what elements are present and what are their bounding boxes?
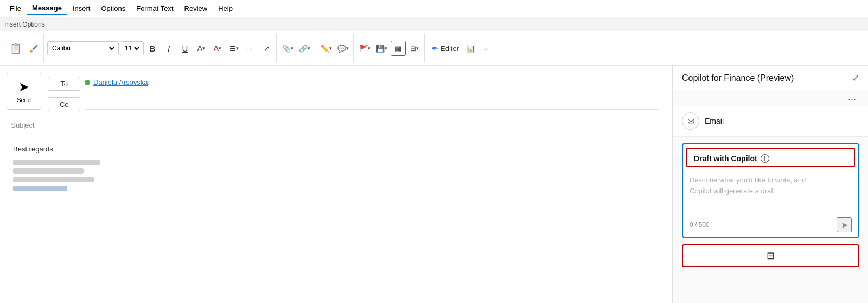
chart-btn[interactable]: 📊 (463, 41, 478, 56)
rules-icon: ⊟ (410, 45, 416, 53)
editor-btn[interactable]: ✒ Editor (428, 36, 462, 61)
filter-card[interactable]: ⊟ (682, 244, 859, 267)
draft-placeholder-line2: Copilot will generate a draft (690, 186, 852, 197)
signature-line-1 (13, 160, 100, 165)
copilot-panel: Copilot for Finance (Preview) ⤢ ··· ✉ Em… (673, 66, 868, 303)
save-dropdown-icon: ▾ (385, 46, 387, 51)
format-painter-icon: 🖌️ (29, 45, 38, 53)
menu-options[interactable]: Options (95, 2, 131, 15)
font-family-dropdown[interactable]: Calibri Arial Times New Roman (47, 41, 119, 55)
font-color-dropdown-icon: ▾ (219, 46, 221, 51)
copilot-more-icon[interactable]: ··· (845, 92, 859, 106)
comment-btn[interactable]: 💬 ▾ (335, 41, 351, 56)
ribbon-flags-group: 🚩 ▾ 💾 ▾ ▦ ⊟ ▾ (355, 34, 425, 62)
send-button[interactable]: ➤ Send (7, 73, 41, 110)
font-color-btn[interactable]: A ▾ (210, 41, 225, 56)
menu-help[interactable]: Help (213, 2, 238, 15)
flag-btn[interactable]: 🚩 ▾ (357, 41, 373, 56)
copilot-email-section: ✉ Email (673, 106, 868, 137)
send-icon: ➤ (18, 79, 29, 94)
underline-button[interactable]: U (177, 41, 193, 56)
cc-field-row: Cc (48, 94, 666, 114)
recipient-name[interactable]: Daniela Arsovska; (93, 78, 150, 86)
signature-line-4 (13, 186, 67, 191)
cc-button[interactable]: Cc (48, 97, 80, 111)
format-painter-btn[interactable]: 🖌️ (26, 41, 41, 56)
email-header: ➤ Send To Daniela Arsovska; Cc (0, 66, 672, 134)
menu-review[interactable]: Review (179, 2, 213, 15)
to-button[interactable]: To (48, 77, 80, 91)
recipient-status-dot (85, 80, 90, 85)
ribbon-insert-group: 📎 ▾ 🔗 ▾ (278, 34, 315, 62)
compose-area: ➤ Send To Daniela Arsovska; Cc (0, 66, 673, 303)
comment-icon: 💬 (337, 45, 346, 53)
signature-icon: ✏️ (321, 45, 329, 53)
ribbon-font-group: Calibri Arial Times New Roman 11 12 14 B… (45, 34, 277, 62)
insert-options-label: Insert Options (4, 21, 45, 28)
signature-btn[interactable]: ✏️ ▾ (318, 41, 334, 56)
clipboard-icon: 📋 (10, 43, 22, 53)
more-formatting-btn[interactable]: ··· (242, 41, 258, 56)
draft-textarea-area[interactable]: Describe what you'd like to write, and C… (683, 171, 858, 214)
attach-icon: 📎 (282, 45, 291, 53)
copilot-more-row: ··· (673, 90, 868, 106)
email-icon: ✉ (682, 112, 699, 130)
info-icon[interactable]: i (761, 154, 769, 163)
menu-file[interactable]: File (4, 2, 27, 15)
table-view-btn[interactable]: ▦ (391, 41, 406, 56)
copilot-resize-btn[interactable]: ⤢ (852, 73, 859, 83)
more-icon: ··· (484, 45, 490, 53)
ribbon-editor-group: ✒ Editor 📊 ··· (426, 34, 497, 62)
menu-message[interactable]: Message (27, 2, 67, 15)
ribbon-clipboard-group: 📋 🖌️ (4, 34, 44, 62)
to-row-with-send: ➤ Send To Daniela Arsovska; Cc (0, 71, 672, 116)
font-family-select[interactable]: Calibri Arial Times New Roman (50, 44, 116, 53)
draft-placeholder-line1: Describe what you'd like to write, and (690, 175, 852, 186)
link-btn[interactable]: 🔗 ▾ (297, 41, 312, 56)
font-size-select[interactable]: 11 12 14 (123, 44, 141, 53)
bold-button[interactable]: B (145, 41, 160, 56)
comment-dropdown-icon: ▾ (346, 46, 349, 51)
italic-button[interactable]: I (161, 41, 176, 56)
more-btn[interactable]: ··· (480, 41, 495, 56)
more-formatting-icon: ··· (247, 45, 253, 53)
menu-insert[interactable]: Insert (67, 2, 96, 15)
rules-dropdown-icon: ▾ (416, 46, 419, 51)
ribbon: 📋 🖌️ Calibri Arial Times New Roman 11 12… (0, 31, 868, 66)
bullets-icon: ☰ (229, 45, 236, 53)
expand-btn[interactable]: ⤢ (259, 41, 274, 56)
subject-label: Subject (7, 121, 39, 129)
bullets-dropdown-icon: ▾ (236, 46, 239, 51)
email-body[interactable]: Best regards, (0, 134, 672, 303)
table-icon: ▦ (395, 45, 401, 53)
bullets-btn[interactable]: ☰ ▾ (226, 41, 241, 56)
flag-icon: 🚩 (359, 45, 368, 53)
signature-dropdown-icon: ▾ (329, 46, 332, 51)
font-size-box[interactable]: 11 12 14 (120, 41, 144, 55)
flag-dropdown-icon: ▾ (368, 46, 371, 51)
email-section-label: Email (705, 117, 724, 125)
highlight-btn[interactable]: A ▾ (194, 41, 209, 56)
cc-input[interactable] (85, 99, 659, 110)
draft-counter-row: 0 / 500 ➤ (683, 214, 858, 237)
expand-icon: ⤢ (264, 45, 270, 53)
save-btn[interactable]: 💾 ▾ (374, 41, 390, 56)
ribbon-signature-group: ✏️ ▾ 💬 ▾ (316, 34, 354, 62)
to-field-row: To Daniela Arsovska; (48, 73, 666, 94)
clipboard-btn[interactable]: 📋 (7, 36, 25, 61)
editor-label: Editor (441, 45, 459, 53)
subject-input[interactable] (39, 120, 666, 130)
draft-card: Draft with Copilot i Describe what you'd… (682, 143, 859, 238)
rules-btn[interactable]: ⊟ ▾ (407, 41, 422, 56)
highlight-dropdown-icon: ▾ (202, 46, 205, 51)
editor-icon: ✒ (431, 43, 438, 54)
send-label: Send (17, 97, 31, 103)
draft-send-button[interactable]: ➤ (837, 217, 852, 232)
save-icon: 💾 (376, 45, 385, 53)
menu-format-text[interactable]: Format Text (131, 2, 178, 15)
draft-card-title: Draft with Copilot (694, 154, 757, 163)
menu-bar: File Message Insert Options Format Text … (0, 0, 868, 17)
signature-line-3 (13, 177, 94, 182)
insert-options-bar: Insert Options (0, 17, 868, 31)
attach-file-btn[interactable]: 📎 ▾ (280, 41, 296, 56)
